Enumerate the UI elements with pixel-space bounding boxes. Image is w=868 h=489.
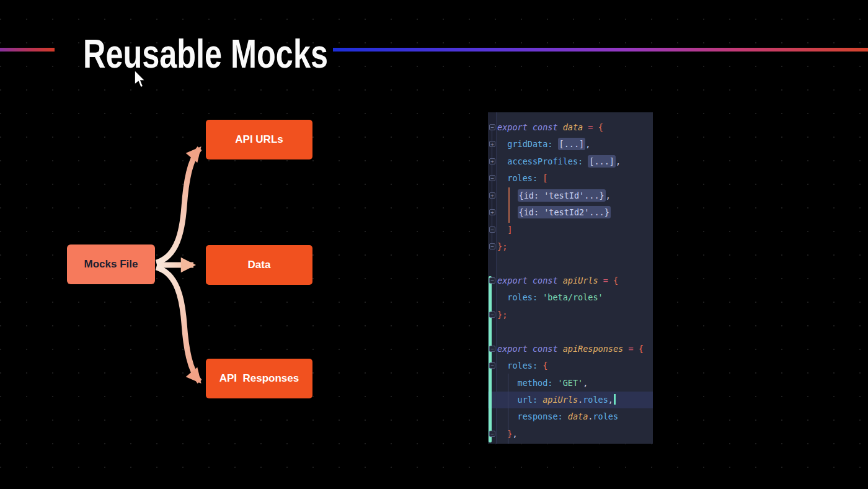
code-line-current[interactable]: url: apiUrls.roles,: [488, 392, 653, 408]
node-label: API Responses: [219, 372, 299, 385]
fold-collapse-icon[interactable]: −: [489, 312, 495, 318]
code-token: ,: [583, 378, 588, 388]
code-line[interactable]: roles: 'beta/roles': [488, 289, 653, 306]
code-token: method:: [518, 378, 553, 388]
code-line[interactable]: [488, 256, 653, 272]
code-token: [497, 429, 507, 439]
code-token: accessProfiles:: [507, 156, 583, 166]
folded-code-chip[interactable]: [...]: [558, 138, 586, 150]
code-token: 'GET': [558, 378, 583, 388]
code-token: [563, 411, 568, 421]
fold-collapse-icon[interactable]: −: [489, 243, 495, 249]
folded-code-chip[interactable]: {id: 'testId2'...}: [518, 206, 611, 218]
code-line[interactable]: response: data.roles: [488, 408, 653, 425]
code-line[interactable]: };: [488, 307, 653, 323]
code-token: ,: [512, 429, 517, 439]
code-token: [497, 207, 518, 217]
fold-collapse-icon[interactable]: −: [489, 124, 495, 130]
code-token: [497, 139, 507, 149]
code-token: {: [639, 344, 644, 354]
node-api-urls: API URLs: [206, 120, 312, 159]
fold-expand-icon[interactable]: +: [489, 158, 495, 164]
code-line[interactable]: {id: 'testId2'...}: [488, 204, 653, 221]
fold-expand-icon[interactable]: +: [489, 192, 495, 199]
code-token: roles:: [507, 292, 538, 302]
arrow-to-api-urls: [156, 148, 200, 262]
node-label: Mocks File: [84, 258, 138, 271]
code-token: [528, 344, 533, 354]
code-line[interactable]: },: [488, 426, 653, 442]
fold-collapse-icon[interactable]: −: [489, 346, 495, 352]
code-token: [538, 173, 542, 183]
fold-collapse-icon[interactable]: −: [489, 175, 495, 181]
git-change-bar: [489, 276, 492, 442]
code-token: roles: [593, 411, 618, 421]
code-token: {: [613, 276, 618, 285]
title-rule-left: [0, 48, 55, 52]
code-line[interactable]: roles: [: [488, 170, 653, 187]
code-token: =: [588, 122, 593, 132]
title-rule-right: [333, 48, 868, 52]
node-label: API URLs: [235, 133, 283, 146]
code-token: [558, 276, 563, 285]
code-line[interactable]: method: 'GET',: [488, 375, 653, 392]
fold-expand-icon[interactable]: +: [489, 141, 495, 147]
code-token: gridData:: [507, 139, 552, 149]
code-token: [558, 122, 563, 132]
code-token: [593, 122, 598, 132]
code-token: =: [603, 276, 608, 285]
fold-collapse-icon[interactable]: −: [489, 431, 495, 437]
code-line[interactable]: ]: [488, 222, 653, 238]
code-token: [558, 344, 563, 354]
code-token: data: [563, 122, 583, 132]
code-token: [497, 191, 518, 200]
indent-guide-active: [508, 187, 510, 223]
code-token: roles:: [507, 173, 538, 183]
node-mocks-file: Mocks File: [67, 244, 155, 284]
code-line[interactable]: roles: {: [488, 357, 653, 374]
code-line[interactable]: export const data = {: [488, 119, 653, 136]
code-token: [528, 122, 533, 132]
node-data: Data: [206, 245, 312, 285]
mouse-cursor-icon: [133, 70, 147, 89]
arrow-to-api-responses: [156, 267, 200, 382]
fold-collapse-icon[interactable]: −: [489, 362, 495, 369]
code-token: [552, 139, 557, 149]
code-editor[interactable]: −++−++−−−−−−− export const data = { grid…: [488, 112, 653, 444]
code-token: [598, 276, 603, 285]
code-token: .: [578, 395, 583, 405]
code-line[interactable]: [488, 323, 653, 340]
text-cursor: [614, 394, 616, 405]
code-line[interactable]: };: [488, 238, 653, 255]
code-token: [538, 361, 542, 370]
code-lines: export const data = { gridData: [...], a…: [488, 119, 653, 442]
folded-code-chip[interactable]: [...]: [588, 155, 616, 168]
code-token: [538, 292, 542, 302]
code-token: [: [542, 173, 547, 183]
indent-guide: [508, 374, 508, 444]
fold-expand-icon[interactable]: +: [489, 209, 495, 215]
code-token: roles:: [507, 361, 538, 370]
code-token: {: [542, 361, 547, 370]
code-token: ,: [585, 139, 590, 149]
code-line[interactable]: gridData: [...],: [488, 136, 653, 153]
code-token: export: [497, 276, 528, 285]
code-token: [497, 225, 507, 235]
code-token: export: [497, 344, 528, 354]
code-token: url:: [518, 395, 538, 405]
code-token: };: [497, 241, 507, 251]
code-line[interactable]: export const apiResponses = {: [488, 341, 653, 357]
code-line[interactable]: accessProfiles: [...],: [488, 153, 653, 170]
code-token: ]: [507, 225, 512, 235]
fold-collapse-icon[interactable]: −: [489, 227, 495, 233]
fold-collapse-icon[interactable]: −: [489, 277, 495, 284]
code-token: [538, 395, 542, 405]
code-line[interactable]: export const apiUrls = {: [488, 272, 653, 289]
code-token: [634, 344, 639, 354]
code-token: response:: [518, 411, 563, 421]
code-token: apiResponses: [563, 344, 624, 354]
code-token: [608, 276, 613, 285]
node-label: Data: [248, 259, 271, 271]
code-line[interactable]: {id: 'testId'...},: [488, 187, 653, 204]
folded-code-chip[interactable]: {id: 'testId'...}: [518, 189, 606, 202]
